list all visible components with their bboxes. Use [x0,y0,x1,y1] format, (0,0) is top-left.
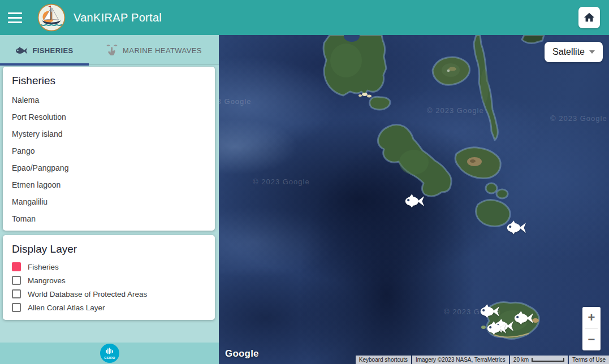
checkbox-checked-icon[interactable] [12,262,21,271]
zoom-out-button[interactable]: − [582,329,601,350]
layer-option-label: World Database of Protected Areas [28,290,147,298]
menu-button[interactable] [8,6,31,29]
vankirap-ship-logo [37,3,66,32]
fishery-list-item[interactable]: Port Resolution [12,109,206,125]
map-attribution-bar: Keyboard shortcuts Imagery ©2023 NASA, T… [356,356,609,364]
active-tab-indicator [0,63,89,66]
checkbox-unchecked-icon[interactable] [12,276,21,285]
map-scale-label: 20 km [513,357,529,363]
fishery-list: NalemaPort ResolutionMystery islandPango… [12,92,206,227]
map-scale: 20 km [510,356,568,364]
fish-marker[interactable] [486,320,507,336]
app-header: VanKIRAP Portal [0,0,609,35]
hamburger-icon [8,12,22,14]
layer-option-fisheries[interactable]: Fisheries [12,260,206,274]
fishery-list-item[interactable]: Etmen lagoon [12,176,206,193]
layer-option-mangroves[interactable]: Mangroves [12,274,206,287]
keyboard-shortcuts-link[interactable]: Keyboard shortcuts [356,356,411,364]
fishery-list-item[interactable]: Pango [12,142,206,159]
fish-marker[interactable] [506,220,526,235]
fish-marker[interactable] [513,310,534,326]
display-layer-title: Display Layer [12,243,206,255]
zoom-in-button[interactable]: + [582,307,601,328]
fishery-list-item[interactable]: Toman [12,210,206,227]
layer-option-label: Mangroves [28,276,66,285]
page-title: VanKIRAP Portal [74,11,162,24]
terms-of-use-link[interactable]: Terms of Use [569,356,609,364]
tab-marine-heatwaves[interactable]: MARINE HEATWAVES [89,35,219,66]
layer-options: FisheriesMangrovesWorld Database of Prot… [12,260,206,314]
fish-marker[interactable] [404,193,425,209]
sidebar-panels: Fisheries NalemaPort ResolutionMystery i… [0,66,219,343]
layer-option-label: Allen Coral Atlas Layer [28,304,105,312]
display-layer-panel: Display Layer FisheriesMangrovesWorld Da… [3,235,215,320]
imagery-attribution: Imagery ©2023 NASA, TerraMetrics [412,356,509,364]
layer-option-allen-coral-atlas-layer[interactable]: Allen Coral Atlas Layer [12,301,206,314]
fish-marker[interactable] [480,304,500,319]
map-zoom-control: + − [582,307,601,350]
google-logo[interactable]: Google [225,348,259,359]
sidebar: FISHERIES MARINE HEATWAVES Fisheries Nal… [0,35,219,364]
checkbox-unchecked-icon[interactable] [12,303,21,312]
checkbox-unchecked-icon[interactable] [12,289,21,298]
svg-text:CSIRO: CSIRO [104,356,115,359]
home-icon [583,11,595,24]
fisheries-panel-title: Fisheries [12,75,206,87]
scale-bar [532,358,564,362]
fishery-list-item[interactable]: Epao/Pangpang [12,159,206,176]
fisheries-panel: Fisheries NalemaPort ResolutionMystery i… [3,67,215,231]
content-area: FISHERIES MARINE HEATWAVES Fisheries Nal… [0,35,609,364]
ship-logo-icon [37,3,66,32]
tab-fisheries[interactable]: FISHERIES [0,35,89,66]
map-type-control[interactable]: Satellite [545,42,603,62]
fishery-list-item[interactable]: Mystery island [12,125,206,142]
layer-option-world-database-of-protected-areas[interactable]: World Database of Protected Areas [12,287,206,301]
sidebar-footer: CSIRO [0,343,219,364]
chevron-down-icon [589,50,595,54]
tab-marine-label: MARINE HEATWAVES [123,46,202,55]
tab-fisheries-label: FISHERIES [32,46,73,55]
tab-bar: FISHERIES MARINE HEATWAVES [0,35,219,66]
vankirap-portal-app: VanKIRAP Portal FISHERIES [0,0,609,364]
map-canvas[interactable]: 2023 Google© 2023 Google© 2023 Google© 2… [219,35,609,364]
swipe-gesture-icon [106,44,118,57]
fishery-list-item[interactable]: Nalema [12,92,206,109]
csiro-logo[interactable]: CSIRO [100,344,119,363]
map-type-label: Satellite [552,47,585,57]
home-button[interactable] [578,7,600,28]
layer-option-label: Fisheries [28,263,59,271]
fishery-list-item[interactable]: Mangaliliu [12,193,206,210]
fish-icon [15,46,28,55]
